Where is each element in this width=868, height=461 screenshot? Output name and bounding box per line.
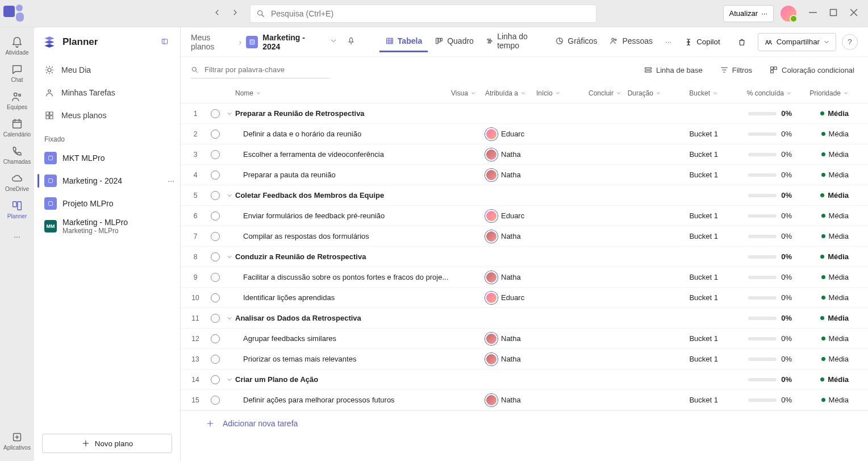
- task-row[interactable]: 7 Compilar as respostas dos formulários …: [181, 226, 868, 247]
- plan-item[interactable]: Marketing - 2024 ···: [34, 169, 180, 192]
- pin-button[interactable]: [344, 34, 358, 49]
- col-priority[interactable]: Prioridade: [792, 89, 849, 97]
- more-views-button[interactable]: ···: [663, 35, 674, 48]
- window-minimize-button[interactable]: [803, 6, 823, 22]
- complete-checkbox[interactable]: [211, 150, 220, 159]
- search-input[interactable]: [270, 9, 590, 19]
- svg-rect-4: [831, 10, 837, 16]
- complete-checkbox[interactable]: [211, 171, 220, 180]
- nav-my-tasks[interactable]: Minhas Tarefas: [39, 82, 176, 103]
- complete-checkbox[interactable]: [211, 232, 220, 241]
- update-button[interactable]: Atualizar···: [723, 5, 774, 22]
- col-pct[interactable]: % concluída: [718, 89, 792, 97]
- breadcrumb-root[interactable]: Meus planos: [191, 33, 234, 51]
- window-close-button[interactable]: [844, 6, 863, 22]
- rail-teams[interactable]: Equipes: [2, 86, 32, 114]
- task-row[interactable]: 10 Identificar lições aprendidas Eduarc …: [181, 288, 868, 308]
- task-row[interactable]: 1 Preparar a Reunião de Retrospectiva 0%…: [181, 103, 868, 124]
- chevron-down-icon[interactable]: [226, 110, 233, 117]
- complete-checkbox[interactable]: [211, 355, 220, 364]
- collapse-panel-button[interactable]: [157, 35, 172, 49]
- col-name[interactable]: Nome: [235, 89, 451, 97]
- task-row[interactable]: 4 Preparar a pauta da reunião Natha Buck…: [181, 165, 868, 185]
- col-bucket[interactable]: Bucket: [661, 89, 718, 97]
- filters-button[interactable]: Filtros: [716, 65, 756, 75]
- chevron-down-icon[interactable]: [226, 376, 233, 383]
- add-task-row[interactable]: Adicionar nova tarefa: [181, 410, 868, 435]
- task-grid: Nome Visua Atribuída a Início Concluir D…: [181, 83, 868, 461]
- complete-checkbox[interactable]: [211, 191, 220, 200]
- nav-my-plans[interactable]: Meus planos: [39, 105, 176, 126]
- conditional-coloring-button[interactable]: Coloração condicional: [766, 65, 858, 75]
- complete-checkbox[interactable]: [211, 211, 220, 221]
- task-row[interactable]: 9 Facilitar a discussão sobre os pontos …: [181, 267, 868, 288]
- avatar: [485, 210, 498, 222]
- window-maximize-button[interactable]: [824, 6, 843, 22]
- col-start[interactable]: Início: [536, 89, 570, 97]
- nav-my-day[interactable]: Meu Dia: [39, 59, 176, 81]
- task-row[interactable]: 12 Agrupar feedbacks similares Natha Buc…: [181, 329, 868, 349]
- filter-input-wrapper[interactable]: [191, 61, 329, 78]
- new-plan-button[interactable]: Novo plano: [42, 434, 172, 453]
- col-assigned[interactable]: Atribuída a: [485, 89, 536, 97]
- plan-item[interactable]: MM Marketing - MLProMarketing - MLPro: [34, 215, 180, 238]
- filter-input[interactable]: [203, 65, 329, 74]
- share-button[interactable]: Compartilhar: [758, 33, 836, 51]
- complete-checkbox[interactable]: [211, 109, 220, 118]
- bag-button[interactable]: [732, 33, 752, 51]
- complete-checkbox[interactable]: [211, 396, 220, 405]
- copilot-button[interactable]: Copilot: [678, 33, 726, 51]
- task-row[interactable]: 11 Analisar os Dados da Retrospectiva 0%…: [181, 308, 868, 329]
- teams-logo-icon[interactable]: [0, 0, 27, 27]
- rail-more[interactable]: ···: [2, 223, 32, 250]
- task-row[interactable]: 3 Escolher a ferramenta de videoconferên…: [181, 144, 868, 165]
- progress-bar: [748, 112, 777, 115]
- task-row[interactable]: 8 Conduzir a Reunião de Retrospectiva 0%…: [181, 247, 868, 267]
- complete-checkbox[interactable]: [211, 273, 220, 282]
- people-icon: [11, 90, 23, 103]
- help-button[interactable]: ?: [842, 34, 858, 50]
- chevron-down-icon[interactable]: [226, 254, 233, 260]
- view-tab-pessoas[interactable]: Pessoas: [604, 32, 658, 52]
- complete-checkbox[interactable]: [211, 314, 220, 323]
- nav-forward-button[interactable]: [227, 6, 243, 22]
- task-row[interactable]: 14 Criar um Plano de Ação 0% Média: [181, 369, 868, 390]
- chevron-down-icon[interactable]: [226, 315, 233, 322]
- row-number: 7: [184, 232, 207, 240]
- rail-calls[interactable]: Chamadas: [2, 141, 32, 168]
- col-end[interactable]: Concluir: [570, 89, 621, 97]
- complete-checkbox[interactable]: [211, 375, 220, 384]
- task-row[interactable]: 15 Definir ações para melhorar processos…: [181, 390, 868, 410]
- global-search[interactable]: [250, 5, 596, 23]
- chevron-down-icon[interactable]: [226, 192, 233, 199]
- view-tab-linha-do-tempo[interactable]: Linha do tempo: [481, 32, 548, 52]
- complete-checkbox[interactable]: [211, 293, 220, 302]
- bucket-cell: Bucket 1: [661, 211, 718, 220]
- task-row[interactable]: 13 Priorizar os temas mais relevantes Na…: [181, 349, 868, 369]
- task-row[interactable]: 5 Coletar Feedback dos Membros da Equipe…: [181, 185, 868, 206]
- plan-item[interactable]: MKT MLPro: [34, 147, 180, 169]
- nav-back-button[interactable]: [209, 6, 225, 22]
- more-icon[interactable]: ···: [168, 176, 174, 185]
- complete-checkbox[interactable]: [211, 334, 220, 343]
- view-tab-gráficos[interactable]: Gráficos: [549, 32, 603, 52]
- complete-checkbox[interactable]: [211, 130, 220, 139]
- rail-calendar[interactable]: Calendário: [2, 114, 32, 141]
- user-avatar[interactable]: [781, 6, 796, 22]
- rail-chat[interactable]: Chat: [2, 59, 32, 86]
- task-row[interactable]: 2 Definir a data e o horário da reunião …: [181, 124, 868, 144]
- rail-planner[interactable]: Planner: [2, 196, 32, 223]
- view-tab-quadro[interactable]: Quadro: [429, 32, 479, 52]
- task-row[interactable]: 6 Enviar formulários de feedback pré-reu…: [181, 206, 868, 226]
- rail-apps[interactable]: Aplicativos: [2, 427, 32, 454]
- baseline-button[interactable]: Linha de base: [640, 65, 706, 75]
- rail-activity[interactable]: Atividade: [2, 32, 32, 59]
- plan-dropdown-button[interactable]: [327, 35, 340, 49]
- col-duration[interactable]: Duração: [621, 89, 661, 97]
- col-visu[interactable]: Visua: [451, 89, 485, 97]
- rail-onedrive[interactable]: OneDrive: [2, 168, 32, 196]
- plan-item[interactable]: Projeto MLPro: [34, 192, 180, 215]
- complete-checkbox[interactable]: [211, 252, 220, 261]
- copilot-icon: [684, 38, 693, 47]
- view-tab-tabela[interactable]: Tabela: [379, 32, 428, 52]
